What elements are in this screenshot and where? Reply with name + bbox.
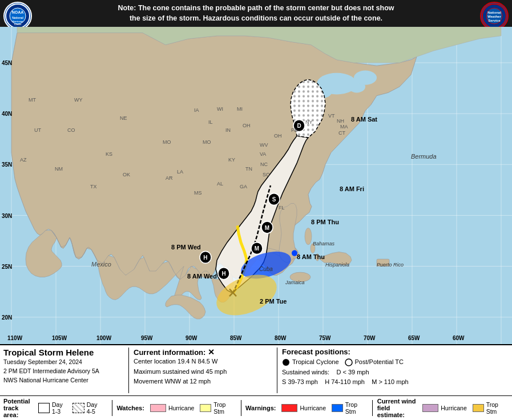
svg-text:Bermuda: Bermuda <box>411 153 437 160</box>
svg-text:LA: LA <box>177 169 184 175</box>
svg-text:Bahamas: Bahamas <box>313 241 334 247</box>
noaa-logo: NOAA National Hurricane Center <box>3 2 32 30</box>
legend-panel: Potential track area: Day 1-3 Day 4-5 Wa… <box>0 395 512 420</box>
day1-3-label: Day 1-3 <box>52 401 67 415</box>
potential-legend: Post/Potential TC <box>345 357 404 368</box>
watch-tropstm-swatch <box>200 404 211 412</box>
note-bar: NOAA National Hurricane Center Note: The… <box>0 0 512 27</box>
svg-text:PA: PA <box>291 127 298 132</box>
svg-text:MS: MS <box>194 190 201 196</box>
info-center: Current information: ✕ Center location 1… <box>129 348 277 393</box>
svg-text:Hispaniola: Hispaniola <box>325 261 349 267</box>
potential-track-title: Potential track area: <box>3 398 33 418</box>
warn-tropstm-legend: Trop Stm <box>332 401 362 415</box>
svg-text:SC: SC <box>263 172 270 177</box>
svg-text:105W: 105W <box>52 334 67 341</box>
svg-text:2 PM Tue: 2 PM Tue <box>260 297 287 304</box>
warnings-title: Warnings: <box>245 405 276 411</box>
svg-text:IN: IN <box>225 127 231 132</box>
day4-5-cone <box>72 403 84 413</box>
svg-text:MO: MO <box>203 139 211 144</box>
svg-text:NOAA: NOAA <box>12 10 24 14</box>
info-right: Forecast positions: Tropical Cyclone Pos… <box>277 348 509 393</box>
svg-text:WV: WV <box>260 142 268 148</box>
info-panel: Tropical Storm Helene Tuesday September … <box>0 344 512 395</box>
svg-text:OH: OH <box>243 123 250 128</box>
day1-3-cone <box>38 403 50 413</box>
svg-text:8 AM Sat: 8 AM Sat <box>351 116 377 123</box>
wind-hurricane-label: Hurricane <box>441 405 467 411</box>
svg-text:NC: NC <box>260 161 268 167</box>
svg-text:90W: 90W <box>186 334 197 341</box>
watch-hurricane-label: Hurricane <box>168 405 195 411</box>
svg-text:WY: WY <box>74 97 82 103</box>
main-container: NOAA National Hurricane Center Note: The… <box>0 0 512 420</box>
warn-tropstm-label: Trop Stm <box>345 401 362 415</box>
svg-text:Weather: Weather <box>487 15 501 18</box>
cyclone-legend: Tropical Cyclone <box>282 357 339 368</box>
storm-advisory: 2 PM EDT Intermediate Advisory 5A <box>3 367 125 376</box>
wind-tropstm-label: Trop Stm <box>486 401 503 415</box>
svg-text:AR: AR <box>166 175 173 180</box>
svg-text:WI: WI <box>217 106 223 112</box>
svg-text:100W: 100W <box>96 334 111 341</box>
watch-tropstm-legend: Trop Stm <box>200 401 230 415</box>
svg-text:AZ: AZ <box>20 157 27 163</box>
warn-hurricane-swatch <box>281 404 297 412</box>
svg-text:UT: UT <box>34 127 41 132</box>
current-info-title: Current information: ✕ <box>134 348 272 357</box>
noaa-logo-circle: NOAA National Hurricane Center <box>3 2 32 30</box>
svg-text:VA: VA <box>260 151 267 156</box>
x-marker: ✕ <box>208 348 215 357</box>
svg-text:35N: 35N <box>2 161 12 168</box>
svg-point-135 <box>283 359 289 366</box>
svg-text:TX: TX <box>90 184 96 189</box>
svg-text:GA: GA <box>240 184 248 189</box>
svg-text:M: M <box>265 224 269 231</box>
svg-text:Jamaica: Jamaica <box>285 280 304 285</box>
warn-tropstm-swatch <box>332 404 343 412</box>
storm-name: Tropical Storm Helene <box>3 348 125 358</box>
svg-text:40N: 40N <box>2 111 12 117</box>
current-wind: Maximum sustained wind 45 mph <box>134 367 272 377</box>
svg-text:8 AM Wed: 8 AM Wed <box>187 272 217 279</box>
svg-text:OH: OH <box>274 133 281 139</box>
svg-text:NM: NM <box>55 166 63 172</box>
svg-text:KS: KS <box>106 151 112 156</box>
svg-text:85W: 85W <box>230 334 242 341</box>
storm-date: Tuesday September 24, 2024 <box>3 358 125 367</box>
wind-tropstm-legend: Trop Stm <box>473 401 503 415</box>
svg-text:KY: KY <box>228 157 235 163</box>
svg-text:VT: VT <box>328 113 335 119</box>
forecast-title: Forecast positions: <box>282 348 509 356</box>
warnings-section: Warnings: <box>245 405 276 411</box>
svg-text:110W: 110W <box>7 334 22 341</box>
svg-text:National: National <box>12 16 23 19</box>
watch-tropstm-label: Trop Stm <box>213 401 230 415</box>
wind-field-title: Current wind field estimate: <box>377 398 417 418</box>
svg-text:MT: MT <box>29 97 36 103</box>
svg-text:National: National <box>487 11 501 14</box>
svg-text:CT: CT <box>338 130 345 136</box>
svg-text:65W: 65W <box>408 334 420 341</box>
nws-logo: National Weather Service <box>480 2 509 30</box>
warn-hurricane-label: Hurricane <box>300 405 326 411</box>
svg-text:NY: NY <box>305 119 313 125</box>
svg-text:80W: 80W <box>275 334 287 341</box>
svg-text:M: M <box>255 245 259 252</box>
svg-text:30N: 30N <box>2 212 12 219</box>
svg-text:AL: AL <box>217 181 223 187</box>
svg-text:NE: NE <box>120 115 127 120</box>
svg-point-34 <box>354 71 377 85</box>
svg-text:H: H <box>221 270 225 277</box>
nws-logo-circle: National Weather Service <box>480 2 509 30</box>
svg-text:H: H <box>203 255 207 261</box>
svg-text:70W: 70W <box>364 334 376 341</box>
svg-text:S: S <box>272 196 276 203</box>
watches-title: Watches: <box>116 405 144 411</box>
wind-tropstm-swatch <box>473 404 484 412</box>
potential-track-legend: Potential track area: <box>3 398 33 418</box>
svg-text:8 AM Thu: 8 AM Thu <box>297 253 325 260</box>
svg-text:IL: IL <box>208 119 213 125</box>
wind-hurricane-swatch <box>422 404 438 412</box>
